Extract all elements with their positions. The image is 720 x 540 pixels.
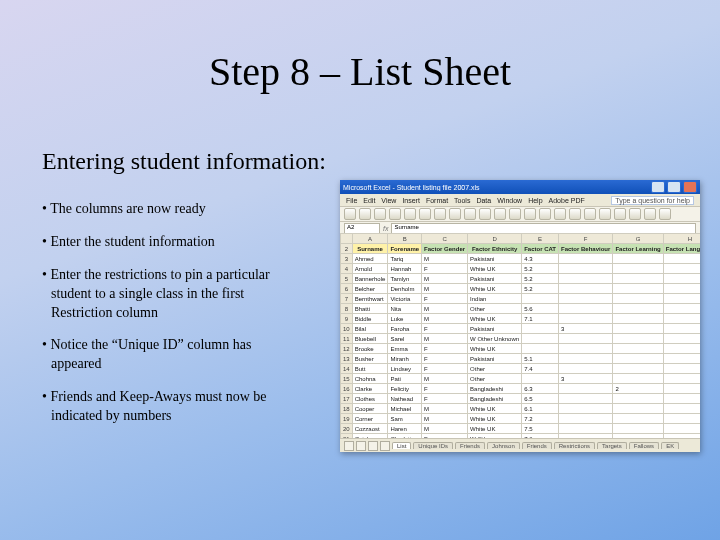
row-header: 13 xyxy=(341,354,353,364)
cell: Indian xyxy=(468,294,522,304)
row-header: 2 xyxy=(341,244,353,254)
cell: M xyxy=(422,404,468,414)
cell: Nathead xyxy=(388,394,422,404)
cell: Faroha xyxy=(388,324,422,334)
field-header: Factor Ethnicity xyxy=(468,244,522,254)
cell: 7.4 xyxy=(522,364,559,374)
cell: Bangladeshi xyxy=(468,384,522,394)
cell xyxy=(559,314,613,324)
cell xyxy=(522,324,559,334)
cell xyxy=(663,334,700,344)
cell: Bluebell xyxy=(352,334,388,344)
cell: Bangladeshi xyxy=(468,394,522,404)
cell: Emma xyxy=(388,344,422,354)
cell xyxy=(663,374,700,384)
cell: Biddle xyxy=(352,314,388,324)
toolbar-button-icon xyxy=(449,208,461,220)
row-header: 15 xyxy=(341,374,353,384)
bullets-block: • The columns are now ready • Enter the … xyxy=(42,200,302,440)
cell: 5.1 xyxy=(522,354,559,364)
row-header: 3 xyxy=(341,254,353,264)
cell xyxy=(663,344,700,354)
cell xyxy=(613,294,663,304)
cell xyxy=(663,424,700,434)
menu-item: Help xyxy=(528,197,542,204)
field-header: Factor Behaviour xyxy=(559,244,613,254)
cell: Butt xyxy=(352,364,388,374)
cell xyxy=(613,394,663,404)
toolbar-button-icon xyxy=(584,208,596,220)
row-header: 11 xyxy=(341,334,353,344)
cell: Arnold xyxy=(352,264,388,274)
cell xyxy=(613,424,663,434)
cell xyxy=(613,314,663,324)
column-header: F xyxy=(559,234,613,244)
cell: Haren xyxy=(388,424,422,434)
cell xyxy=(559,274,613,284)
cell: M xyxy=(422,314,468,324)
cell xyxy=(559,354,613,364)
cell xyxy=(613,324,663,334)
sheet-tab: Targets xyxy=(597,442,627,449)
cell: 5.6 xyxy=(522,304,559,314)
toolbar-button-icon xyxy=(599,208,611,220)
cell: Corner xyxy=(352,414,388,424)
cell: 6.3 xyxy=(522,384,559,394)
cell: White UK xyxy=(468,344,522,354)
cell: Other xyxy=(468,364,522,374)
row-header: 19 xyxy=(341,414,353,424)
cell: White UK xyxy=(468,424,522,434)
minimize-icon xyxy=(651,181,665,193)
maximize-icon xyxy=(667,181,681,193)
cell xyxy=(613,264,663,274)
cell xyxy=(613,364,663,374)
menu-item: Window xyxy=(497,197,522,204)
cell: White UK xyxy=(468,264,522,274)
sheet-tab: Unique IDs xyxy=(413,442,453,449)
toolbar-button-icon xyxy=(389,208,401,220)
help-ask-box: Type a question for help xyxy=(611,196,694,205)
cell xyxy=(613,284,663,294)
cell xyxy=(559,284,613,294)
sheet-tab: Restrictions xyxy=(554,442,595,449)
cell: Lindsey xyxy=(388,364,422,374)
cell: 5.2 xyxy=(522,264,559,274)
cell: Bernthwart xyxy=(352,294,388,304)
column-header: B xyxy=(388,234,422,244)
toolbar-button-icon xyxy=(479,208,491,220)
cell: F xyxy=(422,294,468,304)
row-header: 8 xyxy=(341,304,353,314)
cell: W Other Unknown xyxy=(468,334,522,344)
cell xyxy=(663,254,700,264)
tab-nav-icon xyxy=(356,441,366,451)
spreadsheet-grid: ABCDEFGHIJKLM2SurnameForenameFactor Gend… xyxy=(340,233,700,439)
cell: M xyxy=(422,334,468,344)
cell: F xyxy=(422,354,468,364)
column-header: C xyxy=(422,234,468,244)
cell: Nita xyxy=(388,304,422,314)
cell: Hannah xyxy=(388,264,422,274)
field-header: Factor Learning xyxy=(613,244,663,254)
cell xyxy=(663,284,700,294)
cell: 7.1 xyxy=(522,314,559,324)
cell: Tamlyn xyxy=(388,274,422,284)
sheet-tabs: ListUnique IDsFriendsJohnsonFriendsRestr… xyxy=(340,438,700,452)
cell xyxy=(613,304,663,314)
close-icon xyxy=(683,181,697,193)
cell xyxy=(559,424,613,434)
window-title: Microsoft Excel - Student listing file 2… xyxy=(343,184,649,191)
menu-item: Format xyxy=(426,197,448,204)
row-header: 20 xyxy=(341,424,353,434)
slide-title: Step 8 – List Sheet xyxy=(0,48,720,95)
field-header: Factor CAT xyxy=(522,244,559,254)
sheet-tab: Fallows xyxy=(629,442,659,449)
cell xyxy=(613,414,663,424)
standard-toolbar xyxy=(340,207,700,222)
toolbar-button-icon xyxy=(464,208,476,220)
cell: 2 xyxy=(613,384,663,394)
cell xyxy=(663,354,700,364)
cell xyxy=(663,364,700,374)
menu-item: File xyxy=(346,197,357,204)
cell: Bhatti xyxy=(352,304,388,314)
sheet-tab: Friends xyxy=(522,442,552,449)
